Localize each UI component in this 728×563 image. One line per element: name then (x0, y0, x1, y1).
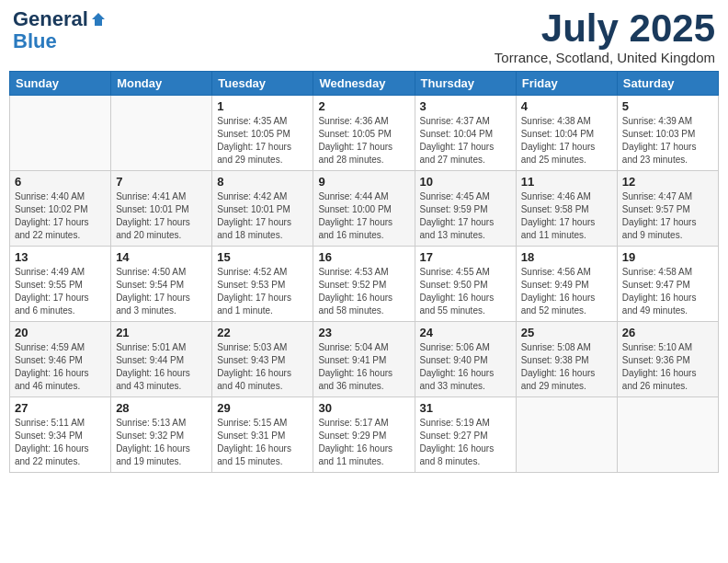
day-info: Sunrise: 5:03 AM Sunset: 9:43 PM Dayligh… (217, 341, 308, 393)
sunrise-text: Sunrise: 5:10 AM (622, 342, 692, 352)
day-number: 18 (521, 250, 612, 264)
sunrise-text: Sunrise: 5:11 AM (15, 418, 85, 428)
calendar-table: Sunday Monday Tuesday Wednesday Thursday… (9, 71, 719, 473)
day-number: 9 (318, 175, 409, 189)
daylight-text: Daylight: 17 hours and 23 minutes. (622, 142, 697, 165)
daylight-text: Daylight: 17 hours and 16 minutes. (318, 217, 392, 240)
day-info: Sunrise: 4:36 AM Sunset: 10:05 PM Daylig… (318, 115, 409, 167)
table-row: 4 Sunrise: 4:38 AM Sunset: 10:04 PM Dayl… (516, 96, 617, 171)
day-info: Sunrise: 4:56 AM Sunset: 9:49 PM Dayligh… (521, 266, 612, 317)
sunset-text: Sunset: 9:46 PM (15, 355, 83, 365)
sunrise-text: Sunrise: 4:58 AM (622, 267, 692, 277)
day-number: 29 (217, 401, 308, 415)
calendar-week-row: 20 Sunrise: 4:59 AM Sunset: 9:46 PM Dayl… (10, 322, 719, 397)
calendar-header-row: Sunday Monday Tuesday Wednesday Thursday… (10, 72, 719, 96)
sunrise-text: Sunrise: 4:50 AM (116, 267, 186, 277)
table-row: 17 Sunrise: 4:55 AM Sunset: 9:50 PM Dayl… (415, 247, 516, 322)
day-info: Sunrise: 5:01 AM Sunset: 9:44 PM Dayligh… (116, 341, 207, 393)
sunset-text: Sunset: 10:04 PM (420, 129, 494, 139)
sunrise-text: Sunrise: 4:52 AM (217, 267, 287, 277)
sunset-text: Sunset: 10:00 PM (318, 204, 392, 214)
sunset-text: Sunset: 9:43 PM (217, 355, 285, 365)
table-row: 6 Sunrise: 4:40 AM Sunset: 10:02 PM Dayl… (10, 171, 111, 247)
daylight-text: Daylight: 17 hours and 18 minutes. (217, 217, 291, 240)
day-info: Sunrise: 4:39 AM Sunset: 10:03 PM Daylig… (622, 115, 713, 167)
logo: General Blue (13, 9, 107, 53)
table-row: 19 Sunrise: 4:58 AM Sunset: 9:47 PM Dayl… (617, 247, 718, 322)
day-info: Sunrise: 5:11 AM Sunset: 9:34 PM Dayligh… (15, 417, 106, 468)
table-row: 31 Sunrise: 5:19 AM Sunset: 9:27 PM Dayl… (415, 397, 516, 473)
daylight-text: Daylight: 17 hours and 27 minutes. (420, 142, 495, 165)
logo-general: General (13, 9, 88, 29)
sunrise-text: Sunrise: 4:44 AM (318, 191, 388, 201)
daylight-text: Daylight: 17 hours and 13 minutes. (420, 217, 495, 240)
day-number: 26 (622, 326, 713, 339)
logo-blue: Blue (13, 29, 57, 52)
day-number: 12 (622, 175, 713, 189)
day-info: Sunrise: 4:41 AM Sunset: 10:01 PM Daylig… (116, 190, 207, 242)
daylight-text: Daylight: 16 hours and 22 minutes. (15, 443, 89, 466)
table-row: 18 Sunrise: 4:56 AM Sunset: 9:49 PM Dayl… (516, 247, 617, 322)
day-number: 1 (217, 99, 308, 113)
day-info: Sunrise: 4:53 AM Sunset: 9:52 PM Dayligh… (318, 266, 409, 317)
day-number: 21 (116, 326, 207, 339)
table-row: 14 Sunrise: 4:50 AM Sunset: 9:54 PM Dayl… (111, 247, 212, 322)
daylight-text: Daylight: 17 hours and 1 minute. (217, 293, 291, 316)
table-row: 9 Sunrise: 4:44 AM Sunset: 10:00 PM Dayl… (313, 171, 415, 247)
table-row: 22 Sunrise: 5:03 AM Sunset: 9:43 PM Dayl… (212, 322, 313, 397)
day-number: 19 (622, 250, 713, 264)
table-row (516, 397, 617, 473)
daylight-text: Daylight: 17 hours and 11 minutes. (521, 217, 596, 240)
day-info: Sunrise: 4:38 AM Sunset: 10:04 PM Daylig… (521, 115, 612, 167)
header-sunday: Sunday (10, 72, 111, 96)
sunset-text: Sunset: 9:50 PM (420, 280, 488, 290)
sunset-text: Sunset: 10:05 PM (217, 129, 290, 139)
day-info: Sunrise: 4:42 AM Sunset: 10:01 PM Daylig… (217, 190, 308, 242)
sunrise-text: Sunrise: 4:47 AM (622, 191, 692, 201)
calendar-week-row: 6 Sunrise: 4:40 AM Sunset: 10:02 PM Dayl… (10, 171, 719, 247)
sunrise-text: Sunrise: 5:01 AM (116, 342, 186, 352)
day-info: Sunrise: 4:58 AM Sunset: 9:47 PM Dayligh… (622, 266, 713, 317)
table-row: 1 Sunrise: 4:35 AM Sunset: 10:05 PM Dayl… (212, 96, 313, 171)
sunrise-text: Sunrise: 4:45 AM (420, 191, 490, 201)
day-number: 15 (217, 250, 308, 264)
table-row: 12 Sunrise: 4:47 AM Sunset: 9:57 PM Dayl… (617, 171, 718, 247)
sunset-text: Sunset: 9:36 PM (622, 355, 690, 365)
sunrise-text: Sunrise: 5:08 AM (521, 342, 591, 352)
title-block: July 2025 Torrance, Scotland, United Kin… (495, 9, 715, 65)
daylight-text: Daylight: 16 hours and 19 minutes. (116, 443, 190, 466)
day-info: Sunrise: 5:15 AM Sunset: 9:31 PM Dayligh… (217, 417, 308, 468)
sunrise-text: Sunrise: 4:55 AM (420, 267, 490, 277)
sunset-text: Sunset: 9:49 PM (521, 280, 589, 290)
table-row (111, 96, 212, 171)
table-row: 10 Sunrise: 4:45 AM Sunset: 9:59 PM Dayl… (415, 171, 516, 247)
sunrise-text: Sunrise: 5:03 AM (217, 342, 287, 352)
daylight-text: Daylight: 16 hours and 49 minutes. (622, 293, 697, 316)
sunset-text: Sunset: 9:31 PM (217, 431, 285, 441)
sunset-text: Sunset: 9:55 PM (15, 280, 83, 290)
daylight-text: Daylight: 16 hours and 26 minutes. (622, 368, 697, 391)
day-number: 23 (318, 326, 409, 339)
day-info: Sunrise: 5:08 AM Sunset: 9:38 PM Dayligh… (521, 341, 612, 393)
month-title: July 2025 (495, 9, 715, 48)
day-number: 24 (420, 326, 511, 339)
day-info: Sunrise: 4:44 AM Sunset: 10:00 PM Daylig… (318, 190, 409, 242)
day-number: 8 (217, 175, 308, 189)
daylight-text: Daylight: 16 hours and 52 minutes. (521, 293, 596, 316)
day-number: 17 (420, 250, 511, 264)
daylight-text: Daylight: 16 hours and 46 minutes. (15, 368, 89, 391)
sunset-text: Sunset: 9:44 PM (116, 355, 184, 365)
sunset-text: Sunset: 9:54 PM (116, 280, 184, 290)
svg-marker-0 (92, 13, 105, 26)
sunrise-text: Sunrise: 4:46 AM (521, 191, 591, 201)
sunset-text: Sunset: 9:58 PM (521, 204, 589, 214)
day-info: Sunrise: 5:19 AM Sunset: 9:27 PM Dayligh… (420, 417, 511, 468)
daylight-text: Daylight: 16 hours and 58 minutes. (318, 293, 392, 316)
sunrise-text: Sunrise: 4:53 AM (318, 267, 388, 277)
calendar-week-row: 1 Sunrise: 4:35 AM Sunset: 10:05 PM Dayl… (10, 96, 719, 171)
table-row: 27 Sunrise: 5:11 AM Sunset: 9:34 PM Dayl… (10, 397, 111, 473)
table-row: 28 Sunrise: 5:13 AM Sunset: 9:32 PM Dayl… (111, 397, 212, 473)
day-info: Sunrise: 5:17 AM Sunset: 9:29 PM Dayligh… (318, 417, 409, 468)
header-wednesday: Wednesday (313, 72, 415, 96)
table-row: 23 Sunrise: 5:04 AM Sunset: 9:41 PM Dayl… (313, 322, 415, 397)
